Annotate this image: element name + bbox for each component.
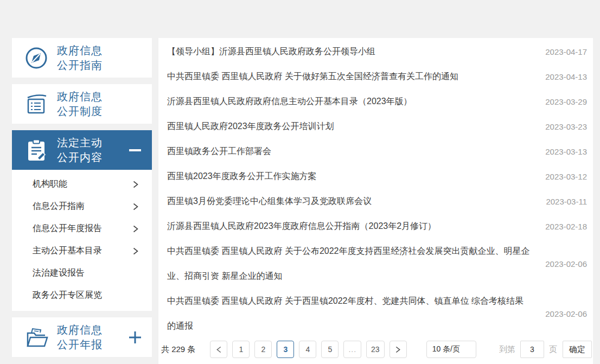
submenu-item-label: 机构职能	[33, 178, 132, 190]
page-button[interactable]: 5	[321, 341, 339, 358]
submenu-item[interactable]: 主动公开基本目录	[12, 240, 152, 262]
article-title[interactable]: 西里镇人民政府2023年度政务公开培训计划	[167, 114, 532, 139]
article-date: 2023-03-13	[538, 147, 587, 156]
article-row[interactable]: 中共西里镇委 西里镇人民政府 关于做好第五次全国经济普查有关工作的通知 2023…	[158, 64, 593, 89]
submenu-item[interactable]: 信息公开年度报告	[12, 218, 152, 240]
article-row[interactable]: 中共西里镇委 西里镇人民政府 关于西里镇2022年度村、党建共同体、镇直单位 综…	[158, 289, 593, 339]
submenu-item-label: 信息公开指南	[33, 201, 132, 212]
goto-page-group: 到第 页 确定	[499, 341, 592, 358]
article-title[interactable]: 西里镇2023年度政务公开工作实施方案	[167, 164, 532, 189]
page-button-active[interactable]: 3	[277, 341, 294, 358]
page-button[interactable]: 23	[366, 341, 385, 358]
sidebar-item-label: 政府信息公开制度	[57, 90, 142, 119]
chevron-right-icon	[395, 346, 401, 353]
article-date: 2023-02-06	[538, 309, 587, 318]
article-title[interactable]: 中共西里镇委 西里镇人民政府 关于做好第五次全国经济普查有关工作的通知	[167, 64, 532, 89]
clipboard-pencil-icon	[24, 138, 49, 163]
minus-icon	[128, 143, 142, 157]
article-row[interactable]: 西里镇3月份党委理论中心组集体学习及党政联席会议 2023-03-11	[158, 189, 593, 214]
sidebar-item-1[interactable]: 政府信息公开指南	[12, 38, 152, 78]
goto-prefix-label: 到第	[499, 344, 515, 355]
pagination-bar: 共 229 条 1 2 3 4 5 ... 23 10 条/页 到第 页 确定	[158, 339, 593, 360]
plus-icon	[128, 330, 142, 344]
total-count-label: 共 229 条	[161, 344, 195, 355]
chevron-right-icon	[132, 225, 139, 233]
submenu-item[interactable]: 政务公开专区展览	[12, 284, 152, 306]
submenu-item-label: 信息公开年度报告	[33, 223, 132, 234]
page-button[interactable]: 4	[299, 341, 316, 358]
chevron-down-icon	[464, 347, 470, 352]
article-date: 2023-02-06	[538, 259, 587, 269]
article-row[interactable]: 【领导小组】沂源县西里镇人民政府政务公开领导小组 2023-04-17	[158, 39, 593, 64]
prev-page-button[interactable]	[210, 341, 227, 358]
chevron-left-icon	[216, 346, 222, 353]
sidebar: 政府信息公开指南 政府信息公开制度 法定主动公开内容 机构职能 信息公开指南 信…	[12, 38, 152, 363]
ledger-icon	[24, 92, 49, 117]
article-row[interactable]: 西里镇人民政府2023年度政务公开培训计划 2023-03-23	[158, 114, 593, 139]
submenu-item[interactable]: 信息公开指南	[12, 195, 152, 218]
article-title[interactable]: 沂源县西里镇人民政府政府信息主动公开基本目录（2023年版）	[167, 89, 532, 114]
submenu-item-label: 政务公开专区展览	[33, 290, 139, 301]
submenu-item-label: 法治建设报告	[33, 267, 139, 279]
goto-suffix-label: 页	[549, 344, 557, 355]
article-list: 【领导小组】沂源县西里镇人民政府政务公开领导小组 2023-04-17 中共西里…	[158, 39, 593, 339]
chevron-right-icon	[132, 181, 139, 188]
article-row[interactable]: 西里镇政务公开工作部署会 2023-03-13	[158, 139, 593, 164]
article-title[interactable]: 西里镇3月份党委理论中心组集体学习及党政联席会议	[167, 189, 532, 214]
chevron-right-icon	[132, 247, 139, 255]
sidebar-submenu: 机构职能 信息公开指南 信息公开年度报告 主动公开基本目录 法治建设报告 政务公…	[12, 170, 152, 311]
article-date: 2023-03-11	[538, 197, 587, 206]
page-ellipsis[interactable]: ...	[343, 341, 361, 358]
article-title[interactable]: 中共西里镇委 西里镇人民政府 关于公布2022年度支持西里经济社会发展突出贡献企…	[167, 239, 532, 289]
article-date: 2023-03-29	[538, 97, 587, 106]
sidebar-item-4[interactable]: 政府信息公开年报	[12, 317, 152, 357]
article-list-panel: 【领导小组】沂源县西里镇人民政府政务公开领导小组 2023-04-17 中共西里…	[158, 38, 593, 364]
article-date: 2023-02-18	[538, 222, 587, 231]
article-row[interactable]: 中共西里镇委 西里镇人民政府 关于公布2022年度支持西里经济社会发展突出贡献企…	[158, 239, 593, 289]
article-date: 2023-03-12	[538, 172, 587, 181]
sidebar-item-2[interactable]: 政府信息公开制度	[12, 84, 152, 124]
page-button[interactable]: 1	[232, 341, 250, 358]
article-row[interactable]: 西里镇2023年度政务公开工作实施方案 2023-03-12	[158, 164, 593, 189]
article-date: 2023-04-17	[538, 47, 587, 56]
submenu-item[interactable]: 机构职能	[12, 173, 152, 195]
page-size-label: 10 条/页	[432, 344, 460, 354]
goto-page-input[interactable]	[520, 341, 544, 358]
page-size-select[interactable]: 10 条/页	[426, 341, 476, 358]
page-number-buttons: 1 2 3 4 5 ... 23	[232, 341, 389, 358]
sidebar-item-label: 法定主动公开内容	[57, 136, 126, 165]
article-row[interactable]: 沂源县西里镇人民政府2023年度政府信息公开指南（2023年2月修订） 2023…	[158, 214, 593, 239]
article-title[interactable]: 中共西里镇委 西里镇人民政府 关于西里镇2022年度村、党建共同体、镇直单位 综…	[167, 289, 532, 339]
article-title[interactable]: 西里镇政务公开工作部署会	[167, 139, 532, 164]
article-date: 2023-03-23	[538, 122, 587, 131]
sidebar-item-label: 政府信息公开指南	[57, 43, 142, 73]
sidebar-item-label: 政府信息公开年报	[57, 323, 126, 352]
folder-icon	[24, 325, 49, 350]
submenu-item[interactable]: 法治建设报告	[12, 262, 152, 284]
next-page-button[interactable]	[390, 341, 407, 358]
submenu-item-label: 主动公开基本目录	[33, 245, 132, 257]
confirm-button[interactable]: 确定	[563, 341, 592, 358]
article-title[interactable]: 【领导小组】沂源县西里镇人民政府政务公开领导小组	[167, 39, 532, 64]
article-title[interactable]: 沂源县西里镇人民政府2023年度政府信息公开指南（2023年2月修订）	[167, 214, 532, 239]
compass-icon	[24, 46, 49, 71]
article-row[interactable]: 沂源县西里镇人民政府政府信息主动公开基本目录（2023年版） 2023-03-2…	[158, 89, 593, 114]
chevron-right-icon	[132, 203, 139, 210]
sidebar-item-3[interactable]: 法定主动公开内容	[12, 130, 152, 170]
page-button[interactable]: 2	[254, 341, 272, 358]
article-date: 2023-04-13	[538, 72, 587, 81]
